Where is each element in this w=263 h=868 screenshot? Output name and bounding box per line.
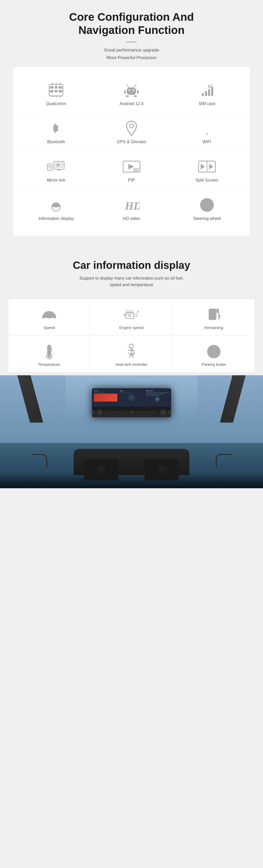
feature-qualcomm: Qualcomm bbox=[19, 75, 94, 113]
feature-mirrorlink-label: Mirror link bbox=[47, 178, 65, 183]
feature-hdvideo: HD HD video bbox=[94, 190, 169, 228]
android-icon bbox=[122, 82, 141, 98]
feature-wifi-label: WIFI bbox=[203, 139, 211, 145]
screen-panel-mycars: My Car Radio, vehicle setting, etc bbox=[93, 389, 118, 407]
carinfo-temperature-label: Temperature bbox=[38, 362, 60, 367]
svg-rect-31 bbox=[208, 89, 210, 96]
bezel-btn-left[interactable] bbox=[92, 411, 95, 414]
svg-rect-24 bbox=[126, 95, 129, 97]
core-subtitle: Great performance upgrade More Powerful … bbox=[5, 46, 258, 62]
feature-splitscreen: Split Screen bbox=[169, 151, 244, 190]
vent-line bbox=[104, 466, 104, 474]
svg-rect-71 bbox=[134, 314, 137, 316]
svg-rect-16 bbox=[59, 96, 61, 97]
simcard-icon: 4G bbox=[198, 82, 216, 98]
vent-area bbox=[84, 459, 179, 480]
carinfo-remaining: Remaining bbox=[173, 299, 255, 336]
car-image-section: My Car Radio, vehicle setting, etc Video… bbox=[0, 375, 263, 488]
feature-bluetooth: Bluetooth bbox=[19, 113, 94, 151]
carinfo-section: Car information display Support to displ… bbox=[0, 251, 263, 293]
bezel-knob-left[interactable] bbox=[97, 409, 103, 415]
vent-center-gap bbox=[121, 459, 142, 480]
svg-rect-7 bbox=[50, 87, 51, 89]
feature-wifi: WIFI bbox=[169, 113, 244, 151]
vent-line bbox=[162, 466, 162, 474]
vent-line bbox=[163, 466, 163, 474]
feature-pip-label: PIP bbox=[128, 178, 135, 183]
svg-rect-40 bbox=[57, 169, 60, 170]
screen-car-thumbnail bbox=[94, 394, 117, 402]
feature-steering: Steering wheel bbox=[169, 190, 244, 228]
screen-video-title: Video bbox=[120, 390, 143, 392]
svg-rect-78 bbox=[209, 309, 216, 319]
carinfo-parkingbrake-label: Parking brake bbox=[201, 362, 226, 367]
carinfo-speed-label: Speed bbox=[43, 326, 55, 330]
screen-vehicleinfo-title: Vehicle Info bbox=[146, 390, 169, 392]
screen-panel-vehicleinfo: Vehicle Info i bbox=[145, 389, 170, 407]
feature-hdvideo-label: HD video bbox=[123, 216, 140, 221]
svg-rect-3 bbox=[59, 86, 61, 89]
carinfo-grid-wrap: Speed bbox=[8, 299, 255, 373]
svg-rect-8 bbox=[61, 87, 62, 89]
bluetooth-icon bbox=[47, 120, 65, 136]
feature-gps: GPS & Glonass bbox=[94, 113, 169, 151]
vent-line bbox=[164, 466, 165, 474]
screen-panel-video: Video Do not watch driving, etc bbox=[119, 389, 144, 407]
gps-icon bbox=[122, 120, 141, 136]
fuel-icon bbox=[205, 307, 223, 323]
svg-point-57 bbox=[205, 203, 209, 207]
splitscreen-icon bbox=[198, 159, 216, 175]
vent-line bbox=[159, 466, 159, 474]
feature-bluetooth-label: Bluetooth bbox=[47, 139, 65, 145]
carinfo-speed: Speed bbox=[8, 299, 90, 336]
screen-mycars-title: My Car bbox=[94, 390, 117, 392]
svg-text:P: P bbox=[212, 349, 215, 354]
svg-rect-2 bbox=[55, 86, 57, 89]
svg-rect-32 bbox=[211, 87, 213, 96]
svg-rect-14 bbox=[52, 96, 53, 97]
svg-rect-25 bbox=[134, 95, 137, 97]
svg-rect-13 bbox=[59, 83, 61, 84]
svg-rect-11 bbox=[52, 83, 53, 84]
screen-cd-circle bbox=[128, 394, 135, 401]
vent-line bbox=[98, 466, 99, 474]
feature-simcard-label: SIM card bbox=[199, 101, 215, 107]
carinfo-temperature: Temperature bbox=[8, 336, 90, 372]
svg-point-34 bbox=[206, 133, 208, 135]
title-divider bbox=[126, 42, 137, 42]
core-config-section: Core Configuration And Navigation Functi… bbox=[0, 0, 263, 251]
svg-rect-43 bbox=[133, 168, 139, 172]
svg-rect-27 bbox=[137, 90, 139, 94]
speedometer-icon bbox=[40, 307, 58, 323]
svg-marker-46 bbox=[201, 164, 205, 169]
seatbelt-icon bbox=[122, 344, 140, 360]
svg-rect-81 bbox=[217, 309, 218, 313]
svg-point-51 bbox=[56, 206, 57, 208]
svg-text:HD: HD bbox=[125, 200, 140, 212]
svg-rect-17 bbox=[127, 88, 136, 95]
hdvideo-icon: HD bbox=[122, 197, 141, 213]
bezel-btn-right[interactable] bbox=[168, 411, 171, 414]
infodisplay-icon bbox=[47, 197, 65, 213]
carinfo-parkingbrake: P Parking brake bbox=[173, 336, 255, 372]
svg-point-19 bbox=[133, 89, 134, 91]
steering-right-hint bbox=[216, 454, 231, 467]
feature-mirrorlink: Mirror link bbox=[19, 151, 94, 190]
vent-right bbox=[145, 459, 179, 480]
bezel-knob-right[interactable] bbox=[160, 409, 166, 415]
screen-video-content: Do not watch driving, etc bbox=[120, 392, 143, 393]
svg-rect-4 bbox=[51, 90, 53, 93]
feature-grid: Qualcomm bbox=[19, 75, 244, 228]
svg-rect-26 bbox=[124, 90, 126, 94]
steering-left-hint bbox=[32, 454, 47, 467]
svg-point-21 bbox=[126, 84, 127, 85]
bezel-center[interactable] bbox=[129, 411, 134, 413]
thermometer-icon bbox=[40, 344, 58, 360]
svg-rect-1 bbox=[51, 86, 53, 89]
parkingbrake-icon: P bbox=[205, 344, 223, 360]
svg-point-85 bbox=[48, 354, 51, 358]
carinfo-seatbelt-label: Seat belt reminder bbox=[115, 362, 148, 367]
feature-simcard: 4G SIM card bbox=[169, 75, 244, 113]
vent-left bbox=[84, 459, 118, 480]
carinfo-subtitle: Support to display many car infomration,… bbox=[5, 275, 258, 288]
